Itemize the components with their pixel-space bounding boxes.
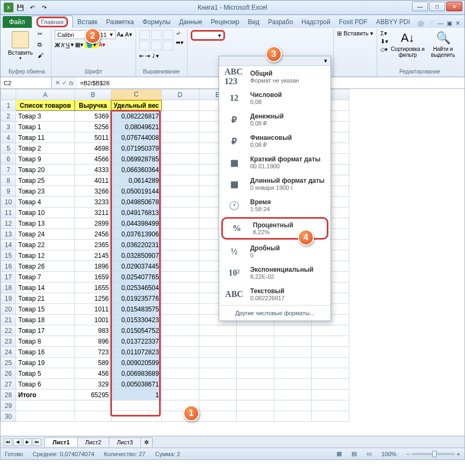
cell[interactable] bbox=[161, 379, 199, 390]
row-header[interactable]: 27 bbox=[1, 379, 16, 390]
align-bottom-icon[interactable] bbox=[163, 30, 174, 40]
cell[interactable] bbox=[161, 122, 199, 132]
cell[interactable]: 0,029037445 bbox=[111, 261, 162, 272]
zoom-slider[interactable]: − + bbox=[406, 451, 460, 457]
cell[interactable]: 0,015330423 bbox=[111, 315, 162, 325]
row-header[interactable]: 5 bbox=[1, 143, 16, 154]
cell[interactable]: 1256 bbox=[75, 293, 111, 304]
cell[interactable] bbox=[161, 315, 199, 325]
cell[interactable]: 4011 bbox=[75, 175, 111, 186]
cell[interactable]: Товар 24 bbox=[16, 229, 75, 240]
fx-icon[interactable]: fx bbox=[69, 80, 74, 86]
cell-total-c[interactable]: 1 bbox=[111, 390, 162, 400]
row-header[interactable]: 3 bbox=[1, 122, 16, 132]
row-header[interactable]: 26 bbox=[1, 368, 16, 379]
col-header-D[interactable]: D bbox=[161, 90, 199, 100]
cell[interactable]: 0,009020599 bbox=[111, 358, 162, 368]
cell[interactable] bbox=[161, 250, 199, 261]
cell[interactable]: 983 bbox=[75, 325, 111, 336]
cell[interactable]: 3266 bbox=[75, 186, 111, 197]
col-header-B[interactable]: B bbox=[75, 90, 111, 100]
clear-icon[interactable]: ◇▾ bbox=[380, 46, 388, 53]
number-format-финансовый[interactable]: ₽ Финансовый 0,08 ₽ bbox=[219, 130, 331, 152]
autosum-icon[interactable]: Σ▾ bbox=[380, 30, 388, 37]
cell[interactable]: Товар 19 bbox=[16, 358, 75, 368]
cell[interactable]: Товар 26 bbox=[16, 261, 75, 272]
cell[interactable]: Товар 3 bbox=[16, 111, 75, 122]
cell[interactable]: Товар 18 bbox=[16, 315, 75, 325]
close-button[interactable]: ✕ bbox=[446, 2, 462, 11]
cell[interactable] bbox=[161, 186, 199, 197]
align-left-icon[interactable] bbox=[139, 41, 150, 50]
cell[interactable]: 1659 bbox=[75, 272, 111, 282]
cell[interactable]: 0,036220231 bbox=[111, 240, 162, 250]
cell-total-b[interactable]: 65295 bbox=[75, 390, 111, 400]
tab-foxit[interactable]: Foxit PDF bbox=[335, 16, 372, 28]
row-header[interactable]: 4 bbox=[1, 132, 16, 143]
cell[interactable] bbox=[161, 100, 199, 111]
number-format-текстовый[interactable]: ABC Текстовый 0,082226817 bbox=[219, 284, 331, 305]
cell[interactable]: 2456 bbox=[75, 229, 111, 240]
zoom-out-icon[interactable]: − bbox=[406, 451, 409, 457]
cell[interactable]: Товар 20 bbox=[16, 165, 75, 175]
view-normal-icon[interactable]: ▦ bbox=[336, 450, 342, 457]
cell[interactable]: 0,069928785 bbox=[111, 154, 162, 165]
cell[interactable]: 0,049176813 bbox=[111, 207, 162, 218]
cell[interactable]: Товар 12 bbox=[16, 250, 75, 261]
format-painter-icon[interactable]: 🖌 bbox=[37, 51, 48, 61]
cell[interactable]: Товар 4 bbox=[16, 197, 75, 207]
row-header[interactable]: 23 bbox=[1, 336, 16, 347]
cell[interactable] bbox=[161, 197, 199, 207]
row-header[interactable]: 29 bbox=[1, 400, 16, 411]
cell[interactable]: 0,019235776 bbox=[111, 293, 162, 304]
tab-home[interactable]: Главная bbox=[32, 16, 73, 28]
row-header[interactable]: 11 bbox=[1, 207, 16, 218]
cell[interactable]: Товар 23 bbox=[16, 186, 75, 197]
cell[interactable]: 0,025346504 bbox=[111, 282, 162, 293]
cell-C1[interactable]: Удельный вес bbox=[111, 100, 162, 111]
tab-addins[interactable]: Надстрой bbox=[297, 16, 335, 28]
cell[interactable]: Товар 25 bbox=[16, 175, 75, 186]
cell[interactable]: 329 bbox=[75, 379, 111, 390]
select-all-corner[interactable] bbox=[1, 90, 16, 100]
cell[interactable] bbox=[161, 111, 199, 122]
minimize-ribbon-icon[interactable]: ⓥ bbox=[418, 20, 424, 28]
cell[interactable]: 1655 bbox=[75, 282, 111, 293]
undo-icon[interactable]: ↶ bbox=[27, 3, 37, 12]
cell[interactable]: Товар 17 bbox=[16, 325, 75, 336]
mdi-restore-icon[interactable]: ▣ bbox=[447, 20, 452, 28]
row-header[interactable]: 24 bbox=[1, 347, 16, 358]
cell[interactable]: 0,0614289 bbox=[111, 175, 162, 186]
file-tab[interactable]: Файл bbox=[3, 16, 32, 28]
cell[interactable]: 0,08049621 bbox=[111, 122, 162, 132]
cell[interactable]: 2365 bbox=[75, 240, 111, 250]
cell[interactable]: 0,015483575 bbox=[111, 304, 162, 315]
number-format-краткий формат даты[interactable]: ▦ Краткий формат даты 00.01.1900 bbox=[219, 152, 331, 173]
row-header[interactable]: 17 bbox=[1, 272, 16, 282]
row-header[interactable]: 16 bbox=[1, 261, 16, 272]
paste-button[interactable]: Вставить ▾ bbox=[6, 30, 35, 61]
mdi-close-icon[interactable]: ✕ bbox=[455, 20, 460, 28]
cell[interactable]: 0,050019144 bbox=[111, 186, 162, 197]
row-header[interactable]: 6 bbox=[1, 154, 16, 165]
cell[interactable]: Товар 15 bbox=[16, 304, 75, 315]
bold-icon[interactable]: Ж bbox=[55, 42, 60, 48]
tab-developer[interactable]: Разрабо bbox=[264, 16, 297, 28]
cell[interactable]: Товар 7 bbox=[16, 272, 75, 282]
cell[interactable] bbox=[161, 272, 199, 282]
row-header[interactable]: 15 bbox=[1, 250, 16, 261]
tab-review[interactable]: Рецензир bbox=[207, 16, 244, 28]
cell[interactable] bbox=[161, 261, 199, 272]
cut-icon[interactable]: ✂ bbox=[37, 30, 48, 40]
number-format-время[interactable]: 🕐 Время 1:58:24 bbox=[219, 195, 331, 216]
cell[interactable]: 896 bbox=[75, 336, 111, 347]
cell[interactable]: 1896 bbox=[75, 261, 111, 272]
cell[interactable]: Товар 1 bbox=[16, 122, 75, 132]
redo-icon[interactable]: ↷ bbox=[39, 3, 49, 12]
cell[interactable]: Товар 5 bbox=[16, 368, 75, 379]
align-center-icon[interactable] bbox=[151, 41, 162, 50]
cell[interactable] bbox=[161, 240, 199, 250]
name-box[interactable]: C2 bbox=[1, 77, 52, 88]
align-right-icon[interactable] bbox=[163, 41, 174, 50]
align-middle-icon[interactable] bbox=[151, 30, 162, 40]
